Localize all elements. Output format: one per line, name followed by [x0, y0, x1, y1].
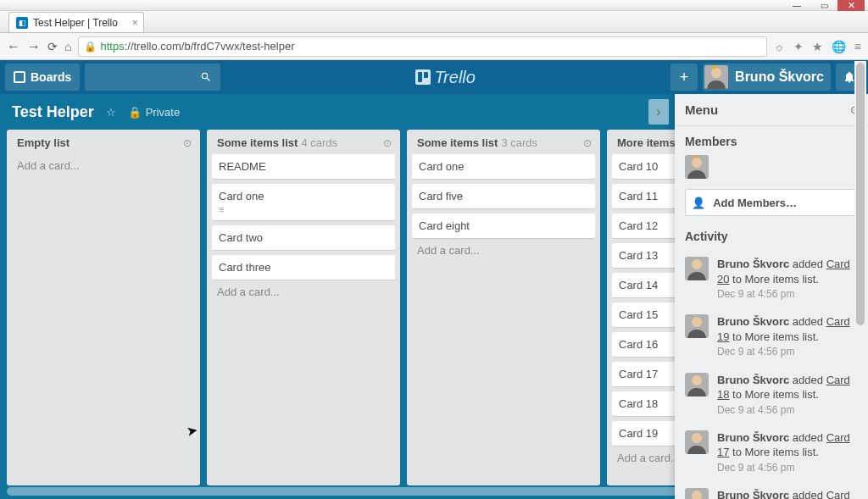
privacy-indicator[interactable]: 🔒 Private	[128, 106, 180, 119]
close-button[interactable]: ✕	[837, 0, 865, 11]
minimize-button[interactable]: —	[783, 0, 810, 11]
tab-close-icon[interactable]: ×	[132, 17, 138, 29]
activity-text: Bruno Škvorc added Card 17 to More items…	[717, 430, 858, 474]
add-card-button[interactable]: Add a card...	[212, 280, 395, 300]
activity-card-link[interactable]: Card	[826, 489, 850, 499]
list-menu-icon[interactable]: ⊙	[383, 137, 392, 149]
list-header[interactable]: Some items list 3 cards⊙	[412, 135, 595, 154]
menu-title: Menu	[685, 103, 718, 117]
list-menu-icon[interactable]: ⊙	[583, 137, 592, 149]
add-card-button[interactable]: Add a card...	[12, 154, 195, 174]
page-scrollbar[interactable]	[854, 61, 866, 499]
activity-list: Bruno Škvorc added Card 20 to More items…	[685, 250, 858, 499]
menu-panel: Menu ⊙ Members ♛ 👤 Add Members… Activity…	[675, 94, 868, 499]
trello-logo-text: Trello	[434, 68, 476, 87]
card[interactable]: Card eight	[412, 213, 595, 239]
list-menu-icon[interactable]: ⊙	[183, 137, 192, 149]
browser-toolbar: ← → ⟳ ⌂ 🔒 https ://trello.com/b/frdC7vwx…	[0, 33, 868, 60]
list-header[interactable]: Some items list 4 cards⊙	[212, 135, 395, 154]
plus-icon: 👤	[692, 196, 705, 209]
menu-header: Menu ⊙	[675, 94, 868, 126]
search-box[interactable]	[85, 64, 220, 91]
list-title: Empty list	[17, 136, 70, 149]
activity-avatar[interactable]	[685, 257, 710, 282]
lock-icon: 🔒	[128, 106, 142, 119]
user-menu-button[interactable]: ♛ Bruno Škvorc	[703, 64, 831, 91]
list: Some items list 4 cards⊙READMECard one≡C…	[207, 130, 400, 485]
activity-avatar[interactable]	[685, 373, 710, 398]
card[interactable]: Card one≡	[212, 184, 395, 221]
browser-tab[interactable]: ◧ Test Helper | Trello ×	[8, 12, 144, 32]
list: Empty list⊙Add a card...	[7, 130, 200, 485]
ext-icon[interactable]: ★	[812, 40, 823, 53]
member-avatar[interactable]: ♛	[685, 155, 710, 180]
boards-label: Boards	[31, 70, 71, 84]
card[interactable]: Card five	[412, 184, 595, 209]
ext-icon[interactable]: ☼	[774, 40, 785, 53]
search-icon	[200, 71, 212, 83]
activity-item: Bruno Škvorc added Card 17 to More items…	[685, 424, 858, 481]
activity-time: Dec 9 at 4:56 pm	[717, 461, 858, 474]
menu-body: Members ♛ 👤 Add Members… Activity Bruno …	[675, 126, 868, 499]
list-header[interactable]: Empty list⊙	[12, 135, 195, 154]
members-title: Members	[685, 135, 858, 148]
scrollbar-thumb[interactable]	[7, 487, 759, 496]
back-button[interactable]: ←	[7, 39, 20, 54]
privacy-text: Private	[146, 106, 180, 119]
list-title: Some items list	[217, 136, 298, 149]
window-controls: — ▭ ✕	[0, 0, 868, 11]
add-members-button[interactable]: 👤 Add Members…	[685, 189, 858, 216]
card[interactable]: Card three	[212, 255, 395, 280]
forward-button[interactable]: →	[27, 39, 41, 54]
chrome-menu-icon[interactable]: ≡	[854, 40, 861, 53]
activity-avatar[interactable]	[685, 488, 710, 499]
url-bar[interactable]: 🔒 https ://trello.com/b/frdC7vwx/test-he…	[78, 36, 767, 57]
activity-text: Bruno Škvorc added Card 18 to More items…	[717, 373, 858, 417]
description-badge-icon: ≡	[219, 204, 388, 214]
page-scrollbar-thumb[interactable]	[856, 63, 865, 325]
board-name[interactable]: Test Helper	[12, 103, 94, 121]
activity-item: Bruno Škvorc added Card 20 to More items…	[685, 250, 858, 308]
activity-avatar[interactable]	[685, 430, 710, 456]
trello-logo[interactable]: Trello	[225, 68, 665, 87]
trello-logo-icon	[415, 69, 431, 85]
show-menu-button[interactable]: ›	[648, 99, 669, 125]
cards-container: Card oneCard fiveCard eight	[412, 154, 595, 239]
trello-header: Boards Trello + ♛ Bruno Škvorc	[0, 60, 868, 94]
lock-icon: 🔒	[84, 41, 97, 53]
maximize-button[interactable]: ▭	[810, 0, 837, 11]
board-area: Test Helper ☆ 🔒 Private › Empty list⊙Add…	[0, 94, 868, 499]
user-avatar: ♛	[704, 65, 728, 89]
card[interactable]: Card two	[212, 225, 395, 251]
add-members-label: Add Members…	[713, 197, 797, 209]
list-count: 4 cards	[301, 136, 337, 149]
user-name: Bruno Škvorc	[735, 69, 824, 85]
activity-text: Bruno Škvorc added Card 19 to More items…	[717, 314, 858, 358]
activity-section: Activity Bruno Škvorc added Card 20 to M…	[685, 230, 858, 499]
ext-icon[interactable]: ✦	[793, 40, 804, 53]
activity-item: Bruno Škvorc added Card 18 to More items…	[685, 366, 858, 424]
card[interactable]: README	[212, 154, 395, 180]
activity-item: Bruno Škvorc added Card	[685, 481, 858, 499]
activity-text: Bruno Škvorc added Card 20 to More items…	[717, 257, 858, 301]
boards-icon	[14, 71, 25, 83]
extension-icons: ☼ ✦ ★ 🌐 ≡	[774, 40, 861, 53]
add-card-button[interactable]: Add a card...	[412, 239, 595, 258]
add-button[interactable]: +	[670, 64, 698, 91]
cards-container: READMECard one≡Card twoCard three	[212, 154, 395, 280]
card[interactable]: Card one	[412, 154, 595, 180]
star-icon[interactable]: ☆	[106, 106, 116, 119]
ext-translate-icon[interactable]: 🌐	[832, 40, 846, 53]
url-path: ://trello.com/b/frdC7vwx/test-helper	[125, 40, 295, 53]
tab-strip: ◧ Test Helper | Trello ×	[0, 11, 868, 33]
activity-title: Activity	[685, 230, 858, 243]
reload-button[interactable]: ⟳	[47, 40, 58, 53]
home-button[interactable]: ⌂	[64, 40, 71, 53]
activity-time: Dec 9 at 4:56 pm	[717, 403, 858, 417]
list: Some items list 3 cards⊙Card oneCard fiv…	[407, 130, 600, 485]
activity-time: Dec 9 at 4:56 pm	[717, 345, 858, 358]
trello-favicon: ◧	[16, 17, 28, 29]
activity-avatar[interactable]	[685, 314, 710, 340]
list-title: Some items list	[417, 136, 498, 149]
boards-button[interactable]: Boards	[5, 64, 80, 91]
